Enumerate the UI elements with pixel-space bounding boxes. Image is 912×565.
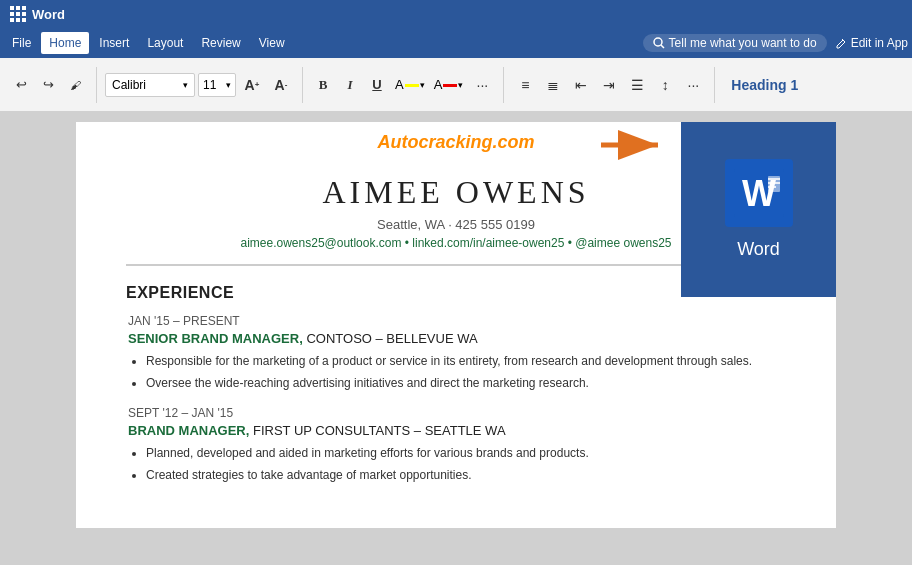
font-group: Calibri ▾ 11 ▾ A+ A- (105, 72, 294, 98)
job-bullets-2: Planned, developed and aided in marketin… (146, 444, 786, 484)
document-area: Autocracking.com W (0, 112, 912, 565)
highlight-button[interactable]: A ▾ (392, 73, 428, 97)
ribbon-sep-4 (714, 67, 715, 103)
job-entry-1: JAN '15 – PRESENT SENIOR BRAND MANAGER, … (126, 314, 786, 392)
menu-bar: File Home Insert Layout Review View Tell… (0, 28, 912, 58)
job-title-1: SENIOR BRAND MANAGER, CONTOSO – BELLEVUE… (128, 331, 786, 346)
word-badge-label: Word (737, 239, 780, 260)
font-color-dropdown-icon: ▾ (458, 80, 463, 90)
word-badge: W Word (681, 122, 836, 297)
list-group: ≡ ≣ ⇤ ⇥ ☰ ↕ ··· (512, 72, 706, 98)
menu-item-view[interactable]: View (251, 32, 293, 54)
search-icon (653, 37, 665, 49)
ribbon: ↩ ↪ 🖌 Calibri ▾ 11 ▾ A+ A- B I U A ▾ A ▾ (0, 58, 912, 112)
job-date-2: SEPT '12 – JAN '15 (128, 406, 786, 420)
word-icon: W (725, 159, 793, 227)
edit-in-app[interactable]: Edit in App (835, 36, 908, 50)
document-page: Autocracking.com W (76, 122, 836, 528)
svg-line-1 (661, 45, 664, 48)
job-company-2: FIRST UP CONSULTANTS – SEATTLE WA (253, 423, 506, 438)
svg-point-0 (654, 38, 662, 46)
job-title-bold-2: BRAND MANAGER, (128, 423, 249, 438)
decrease-indent-button[interactable]: ⇤ (568, 72, 594, 98)
bullet-2-2: Created strategies to take advantage of … (146, 466, 786, 484)
underline-button[interactable]: U (365, 73, 389, 97)
undo-button[interactable]: ↩ (8, 72, 34, 98)
increase-font-button[interactable]: A+ (239, 72, 265, 98)
arrow-icon (596, 130, 666, 160)
experience-section: EXPERIENCE JAN '15 – PRESENT SENIOR BRAN… (126, 284, 786, 484)
menu-item-review[interactable]: Review (193, 32, 248, 54)
menu-item-file[interactable]: File (4, 32, 39, 54)
title-bar: Word (0, 0, 912, 28)
bullet-1-2: Oversee the wide-reaching advertising in… (146, 374, 786, 392)
font-color-button[interactable]: A ▾ (431, 73, 467, 97)
more-paragraph-button[interactable]: ··· (680, 72, 706, 98)
ribbon-sep-1 (96, 67, 97, 103)
font-dropdown-icon: ▾ (183, 80, 188, 90)
job-title-2: BRAND MANAGER, FIRST UP CONSULTANTS – SE… (128, 423, 786, 438)
increase-indent-button[interactable]: ⇥ (596, 72, 622, 98)
ribbon-sep-2 (302, 67, 303, 103)
tell-me-box[interactable]: Tell me what you want to do (643, 34, 827, 52)
line-spacing-button[interactable]: ↕ (652, 72, 678, 98)
font-name-selector[interactable]: Calibri ▾ (105, 73, 195, 97)
font-color-bar (443, 84, 457, 87)
highlight-color-bar (405, 84, 419, 87)
job-bullets-1: Responsible for the marketing of a produ… (146, 352, 786, 392)
decrease-font-button[interactable]: A- (268, 72, 294, 98)
bold-button[interactable]: B (311, 73, 335, 97)
job-company-1: CONTOSO – BELLEVUE WA (306, 331, 477, 346)
font-size-selector[interactable]: 11 ▾ (198, 73, 236, 97)
watermark-text: Autocracking.com (377, 132, 534, 153)
highlight-icon: A (395, 77, 404, 92)
menu-item-home[interactable]: Home (41, 32, 89, 54)
font-color-icon: A (434, 77, 443, 92)
numbered-list-button[interactable]: ≣ (540, 72, 566, 98)
align-button[interactable]: ☰ (624, 72, 650, 98)
italic-button[interactable]: I (338, 73, 362, 97)
highlight-dropdown-icon: ▾ (420, 80, 425, 90)
app-title: Word (32, 7, 65, 22)
format-painter-button[interactable]: 🖌 (62, 72, 88, 98)
ribbon-sep-3 (503, 67, 504, 103)
svg-rect-9 (768, 186, 776, 188)
redo-button[interactable]: ↪ (35, 72, 61, 98)
job-title-bold-1: SENIOR BRAND MANAGER, (128, 331, 303, 346)
edit-icon (835, 37, 847, 49)
job-entry-2: SEPT '12 – JAN '15 BRAND MANAGER, FIRST … (126, 406, 786, 484)
format-group: B I U A ▾ A ▾ ··· (311, 72, 495, 98)
svg-rect-7 (768, 178, 780, 180)
bullet-1-1: Responsible for the marketing of a produ… (146, 352, 786, 370)
menu-item-layout[interactable]: Layout (139, 32, 191, 54)
undo-redo-group: ↩ ↪ 🖌 (8, 72, 88, 98)
menu-bar-right: Tell me what you want to do Edit in App (643, 34, 908, 52)
bullet-2-1: Planned, developed and aided in marketin… (146, 444, 786, 462)
bullet-list-button[interactable]: ≡ (512, 72, 538, 98)
more-format-button[interactable]: ··· (469, 72, 495, 98)
menu-item-insert[interactable]: Insert (91, 32, 137, 54)
job-date-1: JAN '15 – PRESENT (128, 314, 786, 328)
heading-style-label[interactable]: Heading 1 (731, 77, 798, 93)
size-dropdown-icon: ▾ (226, 80, 231, 90)
svg-rect-8 (768, 182, 780, 184)
waffle-icon[interactable] (10, 6, 26, 22)
word-logo-svg: W (734, 168, 784, 218)
